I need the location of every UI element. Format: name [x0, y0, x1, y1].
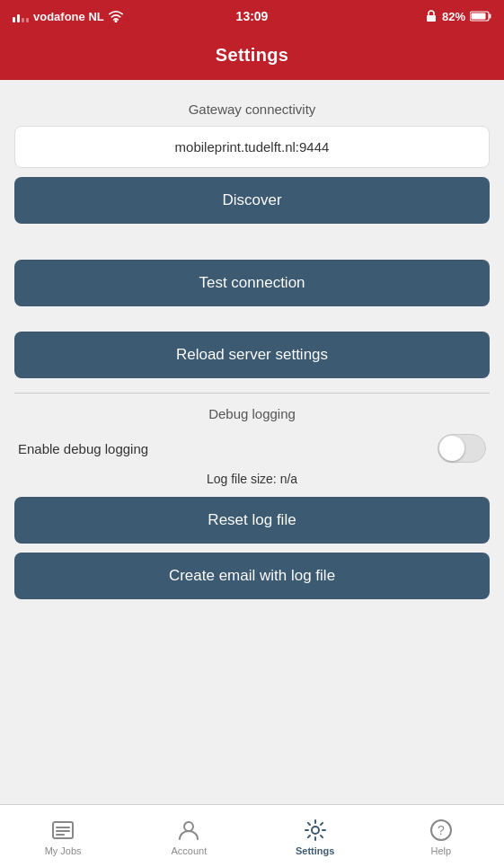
svg-point-13: [184, 822, 193, 831]
enable-debug-row: Enable debug logging: [14, 434, 490, 463]
server-input[interactable]: [14, 126, 490, 168]
svg-point-14: [312, 827, 319, 834]
tab-bar: My Jobs Account Settings ? Help: [0, 804, 504, 867]
svg-rect-2: [22, 18, 24, 22]
discover-button[interactable]: Discover: [14, 177, 490, 224]
signal-icon: [13, 10, 29, 22]
status-carrier: vodafone NL: [13, 10, 123, 23]
debug-section-label: Debug logging: [14, 406, 490, 421]
settings-label: Settings: [296, 845, 334, 856]
tab-my-jobs[interactable]: My Jobs: [0, 805, 126, 863]
svg-rect-8: [472, 13, 486, 20]
svg-rect-3: [26, 18, 29, 22]
tab-account[interactable]: Account: [126, 805, 252, 863]
create-email-button[interactable]: Create email with log file: [14, 553, 490, 599]
tab-settings[interactable]: Settings: [252, 805, 378, 863]
svg-rect-1: [17, 14, 20, 22]
section-divider: [14, 393, 490, 394]
account-icon: [177, 818, 200, 842]
status-time: 13:09: [236, 9, 269, 23]
page-title: Settings: [216, 45, 288, 65]
gateway-section-label: Gateway connectivity: [14, 102, 490, 117]
svg-rect-5: [427, 15, 436, 22]
test-connection-button[interactable]: Test connection: [14, 260, 490, 306]
status-battery: 82%: [425, 10, 491, 23]
help-label: Help: [431, 845, 452, 856]
svg-rect-7: [490, 14, 491, 19]
log-size-label: Log file size:: [207, 472, 280, 486]
toggle-knob: [439, 436, 464, 461]
lock-icon: [425, 10, 438, 22]
svg-rect-0: [13, 17, 15, 22]
log-size-row: Log file size: n/a: [14, 472, 490, 486]
settings-icon: [304, 818, 327, 842]
battery-icon: [470, 11, 491, 22]
svg-point-4: [115, 21, 117, 22]
status-bar: vodafone NL 13:09 82%: [0, 0, 504, 32]
tab-help[interactable]: ? Help: [378, 805, 504, 863]
reload-server-button[interactable]: Reload server settings: [14, 332, 490, 378]
my-jobs-icon: [51, 818, 75, 842]
help-icon: ?: [429, 818, 453, 842]
main-content: Gateway connectivity Discover Test conne…: [0, 80, 504, 804]
page-header: Settings: [0, 32, 504, 80]
log-size-value: n/a: [280, 472, 297, 486]
account-label: Account: [172, 845, 208, 856]
enable-debug-label: Enable debug logging: [18, 441, 148, 456]
wifi-icon: [109, 10, 123, 22]
debug-toggle[interactable]: [438, 434, 486, 463]
svg-text:?: ?: [438, 823, 445, 837]
reset-log-button[interactable]: Reset log file: [14, 497, 490, 544]
my-jobs-label: My Jobs: [45, 845, 82, 856]
